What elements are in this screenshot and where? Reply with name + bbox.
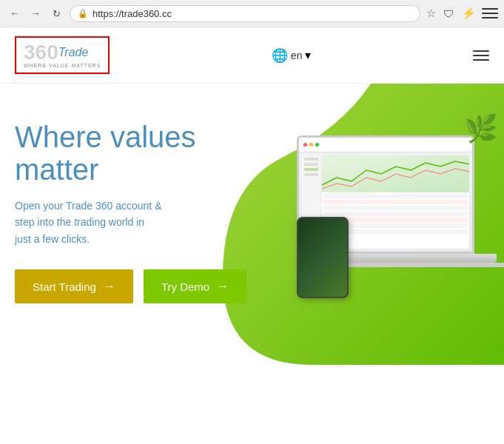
globe-icon: 🌐 [272, 47, 288, 64]
table-row-mini-1 [323, 194, 468, 198]
cta-buttons: Start Trading → Try Demo → [15, 269, 281, 303]
browser-chrome: ← → ↻ 🔒 ☆ 🛡 ⚡ [0, 0, 504, 27]
hero-title: Where values matter [15, 121, 281, 186]
hamburger-line-3 [473, 59, 489, 61]
browser-toolbar: ← → ↻ 🔒 ☆ 🛡 ⚡ [0, 0, 504, 27]
hero-content: Where values matter Open your Trade 360 … [15, 98, 281, 303]
navbar: 360 Trade WHERE VALUE MATTERS 🌐 en ▾ [0, 27, 504, 84]
hero-title-line2: matter [15, 153, 98, 186]
lock-icon: 🔒 [78, 9, 88, 18]
start-trading-arrow: → [104, 280, 115, 293]
url-input[interactable] [93, 8, 412, 19]
table-row-mini-2 [323, 200, 468, 204]
try-demo-arrow: → [217, 280, 229, 293]
hero-title-line1: Where values [15, 121, 196, 153]
try-demo-label: Try Demo [161, 280, 209, 293]
address-bar[interactable]: 🔒 [70, 5, 420, 22]
chart-svg [322, 155, 469, 192]
logo-container[interactable]: 360 Trade WHERE VALUE MATTERS [15, 36, 110, 74]
language-selector[interactable]: 🌐 en ▾ [272, 47, 312, 64]
nav-buttons: ← → ↻ [6, 4, 65, 22]
chart-area [322, 155, 469, 192]
hero-subtitle-link2: trading world [74, 216, 133, 228]
start-trading-button[interactable]: Start Trading → [15, 269, 133, 303]
hero-subtitle: Open your Trade 360 account &step into t… [15, 198, 229, 247]
phone-screen [298, 218, 347, 297]
bookmark-icon[interactable]: ☆ [425, 5, 437, 21]
back-button[interactable]: ← [6, 4, 24, 22]
menu-line-2 [482, 13, 498, 14]
page-content: 360 Trade WHERE VALUE MATTERS 🌐 en ▾ [0, 27, 504, 439]
shield-icon[interactable]: 🛡 [442, 6, 456, 21]
screen-dot-green [315, 143, 319, 147]
browser-menu-button[interactable] [482, 8, 498, 18]
logo-top-row: 360 Trade [24, 42, 101, 63]
plant-decoration: 🌿 [465, 113, 498, 144]
phone-mockup [297, 217, 349, 298]
hamburger-line-2 [473, 55, 489, 56]
try-demo-button[interactable]: Try Demo → [144, 269, 246, 303]
logo-trade: Trade [58, 46, 89, 59]
logo-360: 360 [24, 42, 58, 63]
logo-tagline: WHERE VALUE MATTERS [24, 63, 101, 68]
hamburger-line-1 [473, 50, 489, 52]
hero-subtitle-link1: Trade 360 [66, 200, 112, 212]
logo-inner: 360 Trade WHERE VALUE MATTERS [24, 42, 101, 68]
device-mockup: 🌿 [275, 106, 504, 313]
hamburger-menu[interactable] [473, 50, 489, 61]
menu-line-3 [482, 17, 498, 18]
start-trading-label: Start Trading [33, 280, 96, 293]
refresh-button[interactable]: ↻ [47, 4, 65, 22]
lang-arrow: ▾ [305, 48, 311, 62]
hero-subtitle-text1: Open your [15, 200, 66, 212]
hero-section: Where values matter Open your Trade 360 … [0, 84, 504, 424]
forward-button[interactable]: → [27, 4, 44, 22]
extensions-icon[interactable]: ⚡ [460, 5, 477, 21]
lang-text: en [291, 50, 303, 61]
screen-dot-yellow [309, 143, 313, 147]
table-row-mini-3 [323, 206, 468, 210]
screen-dot-red [303, 143, 307, 147]
menu-line-1 [482, 8, 498, 10]
table-row-mini-4 [323, 212, 468, 216]
screen-header [299, 138, 472, 152]
